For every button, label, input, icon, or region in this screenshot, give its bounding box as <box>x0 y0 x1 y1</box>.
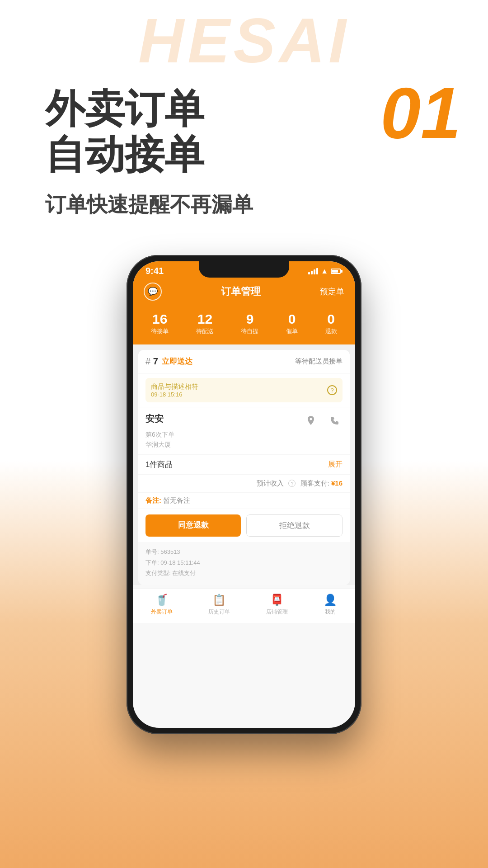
payment-label: 预计收入 ? 顾客支付: ¥16 <box>257 479 343 487</box>
status-time: 9:41 <box>145 266 164 276</box>
nav-label-history: 历史订单 <box>208 608 230 616</box>
reservation-button[interactable]: 预定单 <box>320 286 344 297</box>
warning-box: 商品与描述相符 09-18 15:16 ? <box>145 378 343 402</box>
order-number: # 7 <box>145 356 158 367</box>
nav-label-takeout: 外卖订单 <box>151 608 173 616</box>
payment-info-icon[interactable]: ? <box>288 480 296 487</box>
phone-outer: 9:41 ▲ <box>127 255 361 734</box>
warning-title: 商品与描述相符 <box>151 382 198 391</box>
reject-refund-button[interactable]: 拒绝退款 <box>246 514 343 537</box>
customer-order-count: 第6次下单 <box>145 431 343 439</box>
wifi-icon: ▲ <box>321 267 328 275</box>
phone-icon[interactable] <box>326 413 343 429</box>
nav-item-store[interactable]: 📮 店铺管理 <box>266 594 288 616</box>
stat-self-pickup[interactable]: 9 待自提 <box>241 311 258 335</box>
phone-inner: 9:41 ▲ <box>133 261 355 728</box>
action-buttons: 同意退款 拒绝退款 <box>138 509 350 542</box>
payment-section: 预计收入 ? 顾客支付: ¥16 <box>138 474 350 492</box>
order-card: # 7 立即送达 等待配送员接单 商品与描述相符 09-18 15 <box>138 350 350 585</box>
stat-pending-delivery[interactable]: 12 待配送 <box>196 311 214 335</box>
battery-icon <box>331 269 343 274</box>
payment-amount: ¥16 <box>331 479 343 487</box>
order-delivery-type: 立即送达 <box>162 356 192 367</box>
expand-button[interactable]: 展开 <box>328 460 343 469</box>
accept-refund-button[interactable]: 同意退款 <box>145 514 241 537</box>
phone-mockup: 9:41 ▲ <box>0 255 488 752</box>
payment-type: 支付类型: 在线支付 <box>145 568 343 578</box>
location-icon[interactable] <box>303 413 319 429</box>
profile-icon: 👤 <box>324 594 337 606</box>
main-title: 外卖订单 自动接单 01 <box>45 86 443 177</box>
notes-section: 备注: 暂无备注 <box>138 492 350 509</box>
order-footer: 单号: 563513 下单: 09-18 15:11:44 支付类型: 在线支付 <box>138 542 350 585</box>
status-icons: ▲ <box>308 267 343 275</box>
number-badge: 01 <box>380 77 461 149</box>
customer-section: 安安 <box>138 407 350 454</box>
stats-bar: 16 待接单 12 待配送 9 待自提 0 催单 <box>133 308 355 344</box>
bottom-nav: 🥤 外卖订单 📋 历史订单 📮 店铺管理 👤 我的 <box>133 589 355 623</box>
order-id: 单号: 563513 <box>145 547 343 557</box>
nav-item-profile[interactable]: 👤 我的 <box>324 594 337 616</box>
nav-item-takeout[interactable]: 🥤 外卖订单 <box>151 594 173 616</box>
store-icon: 📮 <box>270 594 284 606</box>
order-status: 等待配送员接单 <box>295 357 343 366</box>
phone-notch <box>199 261 289 278</box>
app-header: 💬 订单管理 预定单 <box>133 279 355 308</box>
history-icon: 📋 <box>212 594 226 606</box>
stat-urge[interactable]: 0 催单 <box>286 311 298 335</box>
customer-name: 安安 <box>145 413 164 425</box>
nav-item-history[interactable]: 📋 历史订单 <box>208 594 230 616</box>
stat-pending-accept[interactable]: 16 待接单 <box>151 311 169 335</box>
subtitle: 订单快速提醒不再漏单 <box>45 191 443 219</box>
nav-label-profile: 我的 <box>325 608 336 616</box>
customer-actions <box>303 413 343 429</box>
warning-info-icon[interactable]: ? <box>327 385 337 395</box>
chat-icon[interactable]: 💬 <box>144 283 162 301</box>
stat-refund[interactable]: 0 退款 <box>325 311 337 335</box>
warning-date: 09-18 15:16 <box>151 391 198 398</box>
order-header: # 7 立即送达 等待配送员接单 <box>138 350 350 373</box>
notes-label: 备注: <box>145 496 161 504</box>
items-section: 1件商品 展开 <box>138 454 350 474</box>
takeout-icon: 🥤 <box>155 594 169 606</box>
items-count: 1件商品 <box>145 459 173 470</box>
customer-address: 华润大厦 <box>145 441 343 449</box>
notes-content: 暂无备注 <box>163 496 190 504</box>
signal-icon <box>308 268 318 274</box>
main-content: # 7 立即送达 等待配送员接单 商品与描述相符 09-18 15 <box>133 344 355 585</box>
app-title: 订单管理 <box>221 285 261 298</box>
order-time: 下单: 09-18 15:11:44 <box>145 557 343 568</box>
nav-label-store: 店铺管理 <box>266 608 288 616</box>
